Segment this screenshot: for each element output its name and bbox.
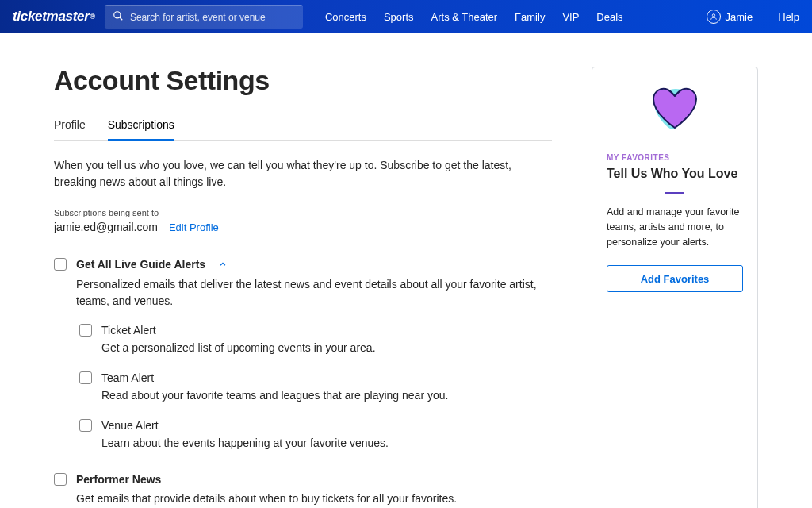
brand-text: ticketmaster <box>13 9 90 25</box>
nav-sports[interactable]: Sports <box>384 11 414 23</box>
child-venue-alert: Venue Alert Learn about the events happe… <box>79 419 552 449</box>
tab-profile[interactable]: Profile <box>54 118 86 140</box>
svg-line-1 <box>120 17 123 21</box>
group-live-guide-desc: Personalized emails that deliver the lat… <box>76 276 552 310</box>
team-alert-title: Team Alert <box>102 371 154 384</box>
favorites-body: Add and manage your favorite teams, arti… <box>607 205 743 249</box>
search-icon <box>113 10 124 24</box>
checkbox-live-guide[interactable] <box>54 258 67 271</box>
child-ticket-alert: Ticket Alert Get a personalized list of … <box>79 324 552 354</box>
performer-news-desc: Get emails that provide details about wh… <box>76 491 552 507</box>
checkbox-ticket-alert[interactable] <box>79 324 92 337</box>
card-divider <box>665 192 684 194</box>
brand-logo[interactable]: ticketmaster® <box>13 9 95 25</box>
add-favorites-button[interactable]: Add Favorites <box>607 265 743 292</box>
favorites-title: Tell Us Who You Love <box>607 167 743 181</box>
sent-to-email: jamie.ed@gmail.com <box>54 221 158 233</box>
nav-vip[interactable]: VIP <box>562 11 579 23</box>
user-name: Jamie <box>726 11 753 23</box>
search-input[interactable] <box>130 12 289 23</box>
nav-concerts[interactable]: Concerts <box>325 11 366 23</box>
nav-family[interactable]: Family <box>515 11 545 23</box>
favorites-kicker: MY FAVORITES <box>607 153 743 162</box>
child-team-alert: Team Alert Read about your favorite team… <box>79 371 552 402</box>
settings-tabs: Profile Subscriptions <box>54 118 552 141</box>
nav-arts-theater[interactable]: Arts & Theater <box>431 11 498 23</box>
search-box[interactable] <box>105 5 303 29</box>
tab-subscriptions[interactable]: Subscriptions <box>108 118 174 141</box>
brand-reg: ® <box>90 13 95 21</box>
edit-profile-link[interactable]: Edit Profile <box>169 221 219 233</box>
account-menu[interactable]: Jamie <box>707 10 753 24</box>
chevron-up-icon[interactable] <box>218 257 228 271</box>
intro-text: When you tell us who you love, we can te… <box>54 157 552 190</box>
performer-news-title: Performer News <box>76 473 161 486</box>
page-title: Account Settings <box>54 65 552 96</box>
checkbox-team-alert[interactable] <box>79 371 92 384</box>
ticket-alert-title: Ticket Alert <box>102 324 156 337</box>
checkbox-venue-alert[interactable] <box>79 419 92 432</box>
user-icon <box>707 10 721 24</box>
nav-deals[interactable]: Deals <box>596 11 622 23</box>
group-live-guide-title: Get All Live Guide Alerts <box>76 258 205 271</box>
team-alert-desc: Read about your favorite teams and leagu… <box>102 389 552 402</box>
group-live-guide: Get All Live Guide Alerts Personalized e… <box>54 257 552 449</box>
sent-to-label: Subscriptions being sent to <box>54 208 552 217</box>
favorites-card: MY FAVORITES Tell Us Who You Love Add an… <box>592 67 758 508</box>
group-performer-news: Performer News Get emails that provide d… <box>54 473 552 507</box>
svg-point-2 <box>712 14 714 17</box>
ticket-alert-desc: Get a personalized list of upcoming even… <box>102 341 552 354</box>
venue-alert-title: Venue Alert <box>102 419 159 432</box>
top-nav: ticketmaster® Concerts Sports Arts & The… <box>0 0 812 33</box>
heart-icon <box>645 85 704 139</box>
primary-nav: Concerts Sports Arts & Theater Family VI… <box>325 11 623 23</box>
help-link[interactable]: Help <box>778 11 799 23</box>
svg-point-0 <box>114 12 121 18</box>
venue-alert-desc: Learn about the events happening at your… <box>102 437 552 449</box>
checkbox-performer-news[interactable] <box>54 473 67 486</box>
